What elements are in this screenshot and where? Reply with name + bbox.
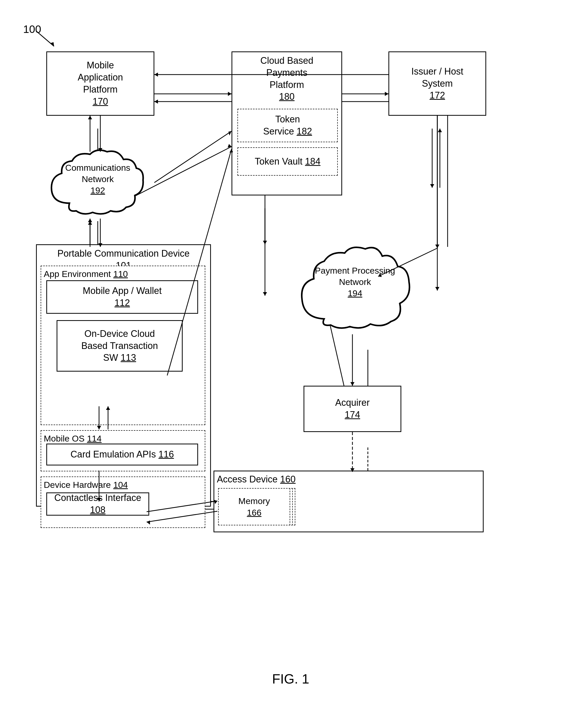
access-device-box: Access Device 160 ContactlessReader 162 … (213, 471, 484, 532)
fig-label: FIG. 1 (272, 671, 309, 686)
comm-network-cloud: CommunicationsNetwork 192 (41, 147, 154, 218)
card-emulation-box: Card Emulation APIs 116 (46, 444, 198, 465)
mobile-app-platform-num: 170 (93, 96, 108, 108)
svg-marker-50 (435, 287, 439, 291)
issuer-host-box: Issuer / HostSystem 172 (388, 51, 486, 116)
mobile-app-platform-box: MobileApplicationPlatform 170 (46, 51, 154, 116)
cloud-payments-label: Cloud BasedPaymentsPlatform (232, 55, 341, 91)
device-hardware-label: Device Hardware 104 (44, 480, 128, 490)
mobile-wallet-box: Mobile App / Wallet 112 (46, 280, 198, 314)
svg-marker-55 (435, 244, 439, 248)
svg-marker-1 (50, 42, 54, 46)
ref-number: 100 (23, 23, 41, 35)
diagram: 100 (21, 21, 561, 702)
acquirer-box: Acquirer 174 (304, 386, 401, 432)
device-hardware-box: Device Hardware 104 Contactless Interfac… (41, 476, 205, 528)
on-device-label: On-Device CloudBased TransactionSW 113 (81, 328, 158, 364)
svg-marker-7 (385, 92, 388, 96)
payment-network-cloud: Payment ProcessingNetwork 194 (291, 242, 419, 334)
svg-marker-15 (88, 221, 92, 225)
token-vault-box: Token Vault 184 (237, 147, 338, 176)
mobile-wallet-num: 112 (114, 297, 130, 309)
svg-marker-19 (438, 129, 442, 132)
svg-marker-59 (350, 382, 355, 386)
cloud-payments-box: Cloud BasedPaymentsPlatform 180 TokenSer… (231, 51, 342, 196)
svg-marker-73 (228, 131, 231, 135)
issuer-host-label: Issuer / HostSystem (411, 66, 463, 90)
mobile-app-platform-label: MobileApplicationPlatform (78, 59, 123, 96)
contactless-interface-box: Contactless Interface 108 (46, 492, 149, 516)
mobile-os-box: Mobile OS 114 Card Emulation APIs 116 (41, 430, 205, 471)
portable-comm-device-box: Portable Communication Device 101 App En… (36, 244, 211, 506)
svg-marker-53 (263, 241, 267, 244)
on-device-box: On-Device CloudBased TransactionSW 113 (57, 320, 183, 371)
contactless-interface-label: Contactless Interface 108 (50, 492, 146, 516)
access-device-label: Access Device 160 (217, 474, 296, 485)
cloud-payments-num: 180 (232, 91, 341, 103)
memory-box: Memory 166 (218, 488, 290, 525)
app-env-box: App Environment 110 Mobile App / Wallet … (41, 266, 205, 425)
payment-network-label: Payment ProcessingNetwork (291, 265, 419, 287)
memory-num: 166 (247, 507, 262, 518)
token-service-box: TokenService 182 (237, 109, 338, 142)
svg-marker-5 (154, 100, 158, 104)
svg-marker-44 (88, 116, 92, 119)
svg-marker-21 (263, 292, 267, 296)
memory-label: Memory (238, 495, 270, 506)
svg-marker-38 (228, 144, 231, 148)
token-vault-label: Token Vault 184 (255, 156, 321, 168)
svg-line-72 (154, 131, 231, 183)
acquirer-num: 174 (345, 409, 360, 421)
app-env-label: App Environment 110 (44, 269, 128, 279)
svg-marker-40 (154, 73, 158, 77)
svg-marker-17 (430, 184, 434, 188)
svg-marker-3 (228, 92, 231, 96)
mobile-os-label: Mobile OS 114 (44, 434, 102, 443)
comm-network-num: 192 (41, 185, 154, 196)
portable-comm-label: Portable Communication Device (40, 248, 208, 260)
svg-marker-48 (88, 218, 92, 222)
mobile-wallet-label: Mobile App / Wallet (83, 285, 162, 297)
token-service-label: TokenService 182 (263, 113, 312, 137)
comm-network-label: CommunicationsNetwork (41, 162, 154, 185)
acquirer-label: Acquirer (335, 397, 370, 409)
payment-network-num: 194 (291, 287, 419, 299)
card-emulation-label: Card Emulation APIs 116 (71, 448, 174, 461)
issuer-host-num: 172 (430, 89, 445, 102)
